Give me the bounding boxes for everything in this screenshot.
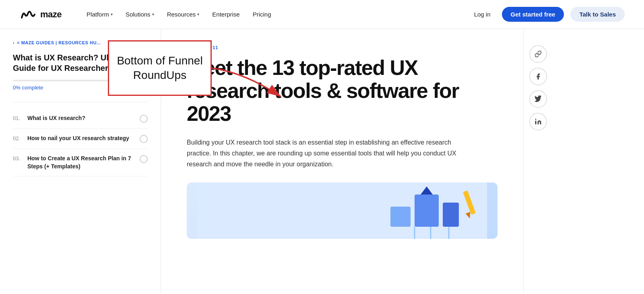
divider <box>13 102 148 102</box>
chapter-list: 01. What is UX research? 02. How to nail… <box>13 109 148 176</box>
social-sidebar <box>523 29 552 294</box>
breadcrumb[interactable]: ‹ < MAZE GUIDES | RESOURCES HU... <box>13 40 148 45</box>
talk-to-sales-button[interactable]: Talk to Sales <box>570 7 625 22</box>
linkedin-share-button[interactable] <box>529 113 547 130</box>
chevron-down-icon: ▾ <box>152 12 154 17</box>
chapter-circle <box>140 135 148 143</box>
progress-text: 0% complete <box>13 85 148 91</box>
copy-link-button[interactable] <box>529 45 547 63</box>
nav-solutions[interactable]: Solutions ▾ <box>120 8 160 21</box>
list-item[interactable]: 01. What is UX research? <box>13 109 148 129</box>
nav-enterprise[interactable]: Enterprise <box>206 8 245 21</box>
main-content: ‹ < MAZE GUIDES | RESOURCES HU... What i… <box>0 29 644 294</box>
nav-pricing[interactable]: Pricing <box>247 8 277 21</box>
svg-rect-2 <box>443 203 459 227</box>
article-image <box>187 182 497 239</box>
logo-text: maze <box>40 9 62 20</box>
chapter-label: CHAPTER 11 <box>187 45 497 50</box>
twitter-share-button[interactable] <box>529 90 547 108</box>
article-intro: Building your UX research tool stack is … <box>187 137 477 170</box>
svg-rect-3 <box>390 207 411 227</box>
chevron-left-icon: ‹ <box>13 40 14 45</box>
chapter-number: 03. <box>13 155 23 161</box>
list-item[interactable]: 02. How to nail your UX research strateg… <box>13 129 148 149</box>
article-title: Meet the 13 top-rated UX research tools … <box>187 56 497 126</box>
chevron-down-icon: ▾ <box>111 12 113 17</box>
svg-point-10 <box>535 119 536 120</box>
chapter-name: How to Create a UX Research Plan in 7 St… <box>27 155 135 170</box>
logo[interactable]: maze <box>19 9 62 20</box>
guide-title: What is UX Research? Ultimate Guide for … <box>13 52 148 73</box>
progress-bar-container <box>13 80 148 81</box>
chapter-name: What is UX research? <box>27 114 135 122</box>
chevron-down-icon: ▾ <box>197 12 199 17</box>
nav-links: Platform ▾ Solutions ▾ Resources ▾ Enter… <box>81 8 469 21</box>
nav-resources[interactable]: Resources ▾ <box>161 8 205 21</box>
navbar: maze Platform ▾ Solutions ▾ Resources ▾ … <box>0 0 644 29</box>
list-item[interactable]: 03. How to Create a UX Research Plan in … <box>13 149 148 176</box>
sidebar: ‹ < MAZE GUIDES | RESOURCES HU... What i… <box>0 29 161 294</box>
article-area: CHAPTER 11 Meet the 13 top-rated UX rese… <box>161 29 523 294</box>
login-button[interactable]: Log in <box>469 8 495 21</box>
get-started-button[interactable]: Get started free <box>502 7 564 22</box>
nav-platform[interactable]: Platform ▾ <box>81 8 118 21</box>
chapter-circle <box>140 155 148 163</box>
svg-rect-1 <box>415 195 439 227</box>
nav-right: Log in Get started free Talk to Sales <box>469 7 625 22</box>
chapter-circle <box>140 115 148 123</box>
chapter-number: 01. <box>13 115 23 121</box>
chapter-number: 02. <box>13 135 23 141</box>
chapter-name: How to nail your UX research strategy <box>27 135 135 143</box>
facebook-share-button[interactable] <box>529 68 547 85</box>
